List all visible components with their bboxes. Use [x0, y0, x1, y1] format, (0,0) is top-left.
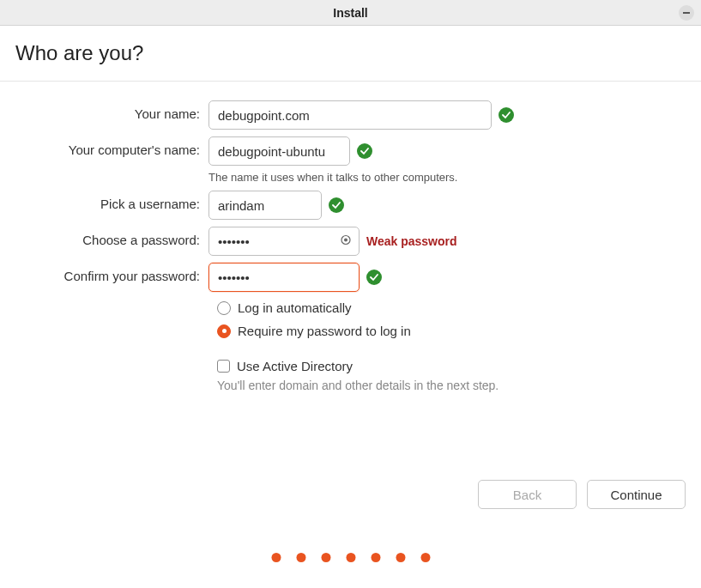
svg-point-1	[344, 239, 347, 242]
name-input[interactable]	[208, 100, 492, 130]
radio-auto-label: Log in automatically	[238, 300, 352, 315]
dot-icon	[396, 553, 405, 562]
check-icon	[329, 197, 344, 213]
radio-icon	[217, 324, 231, 338]
checkbox-icon	[217, 360, 230, 373]
check-icon	[499, 107, 514, 123]
page-title: Who are you?	[15, 41, 686, 65]
label-computer-name: Your computer's name:	[15, 136, 208, 157]
minimize-icon[interactable]	[679, 5, 694, 21]
dot-icon	[321, 553, 330, 562]
dot-icon	[346, 553, 355, 562]
label-confirm-password: Confirm your password:	[15, 263, 208, 283]
username-input[interactable]	[208, 191, 322, 220]
computer-name-input[interactable]	[208, 136, 350, 166]
ad-helper: You'll enter domain and other details in…	[217, 379, 686, 392]
footer-buttons: Back Continue	[478, 480, 686, 509]
dot-icon	[420, 553, 430, 562]
row-computer-name: Your computer's name: The name it uses w…	[15, 136, 686, 184]
progress-dots	[271, 553, 430, 562]
back-button[interactable]: Back	[478, 480, 577, 509]
dot-icon	[296, 553, 305, 562]
radio-require-label: Require my password to log in	[238, 324, 411, 338]
divider	[0, 81, 701, 82]
content-area: Who are you? Your name: Your computer's …	[0, 26, 701, 392]
dot-icon	[271, 553, 281, 562]
confirm-password-input[interactable]	[208, 263, 360, 292]
check-icon	[366, 270, 382, 285]
password-strength: Weak password	[366, 234, 457, 248]
checkbox-active-directory[interactable]: Use Active Directory	[217, 359, 686, 373]
row-confirm-password: Confirm your password:	[15, 263, 686, 292]
window-title: Install	[333, 6, 367, 20]
computer-name-helper: The name it uses when it talks to other …	[208, 171, 686, 184]
check-icon	[357, 143, 372, 159]
row-username: Pick a username:	[15, 191, 686, 220]
row-password: Choose a password: Weak password	[15, 227, 686, 256]
radio-auto-login[interactable]: Log in automatically	[217, 300, 686, 315]
radio-require-password[interactable]: Require my password to log in	[217, 324, 686, 338]
eye-icon[interactable]	[339, 233, 353, 250]
login-options: Log in automatically Require my password…	[217, 300, 686, 338]
titlebar: Install	[0, 0, 701, 26]
active-directory-section: Use Active Directory You'll enter domain…	[217, 359, 686, 392]
continue-button[interactable]: Continue	[587, 480, 686, 509]
dot-icon	[371, 553, 380, 562]
ad-label: Use Active Directory	[237, 359, 353, 373]
label-password: Choose a password:	[15, 227, 208, 247]
label-username: Pick a username:	[15, 191, 208, 211]
radio-icon	[217, 301, 231, 315]
password-input[interactable]	[208, 227, 360, 256]
label-your-name: Your name:	[15, 100, 208, 121]
row-your-name: Your name:	[15, 100, 686, 130]
